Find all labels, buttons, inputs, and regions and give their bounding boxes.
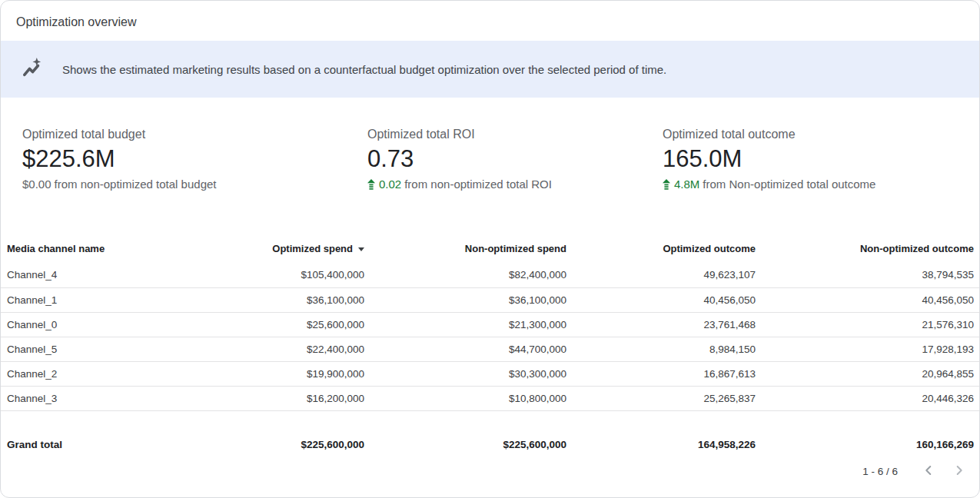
column-header-non-optimized-spend[interactable]: Non-optimized spend bbox=[364, 243, 566, 263]
table-row: Channel_3 $16,200,000 $10,800,000 25,265… bbox=[1, 386, 980, 410]
table-row: Channel_1 $36,100,000 $36,100,000 40,456… bbox=[1, 287, 980, 312]
kpi-label: Optimized total ROI bbox=[367, 127, 663, 141]
arrow-up-icon bbox=[663, 179, 670, 190]
chevron-left-icon bbox=[919, 461, 938, 482]
delta-text: from non-optimized total budget bbox=[55, 178, 217, 191]
kpi-delta: $0.00 from non-optimized total budget bbox=[22, 178, 367, 191]
cell-non-optimized-spend: $10,800,000 bbox=[364, 386, 566, 410]
kpi-delta: 0.02 from non-optimized total ROI bbox=[367, 178, 663, 191]
cell-channel-name: Channel_0 bbox=[1, 312, 154, 337]
cell-optimized-spend: $19,900,000 bbox=[154, 361, 364, 386]
cell-optimized-outcome: 23,761,468 bbox=[566, 312, 756, 337]
info-banner: Shows the estimated marketing results ba… bbox=[1, 41, 979, 98]
cell-non-optimized-spend: $30,300,000 bbox=[364, 361, 566, 386]
delta-text: from Non-optimized total outcome bbox=[703, 178, 875, 191]
chevron-right-icon bbox=[950, 461, 968, 482]
cell-optimized-spend: $36,100,000 bbox=[154, 287, 364, 312]
column-header-non-optimized-outcome[interactable]: Non-optimized outcome bbox=[756, 243, 980, 263]
kpi-value: $225.6M bbox=[22, 144, 367, 174]
kpi-value: 165.0M bbox=[663, 144, 964, 174]
cell-optimized-outcome: 49,623,107 bbox=[566, 263, 756, 287]
total-non-optimized-outcome: 160,166,269 bbox=[756, 410, 980, 453]
cell-optimized-outcome: 25,265,837 bbox=[566, 386, 756, 410]
cell-non-optimized-outcome: 20,446,326 bbox=[756, 386, 980, 410]
next-page-button[interactable] bbox=[950, 463, 968, 481]
kpi-optimized-total-outcome: Optimized total outcome 165.0M 4.8M from… bbox=[663, 127, 964, 191]
kpi-optimized-total-budget: Optimized total budget $225.6M $0.00 fro… bbox=[22, 127, 367, 191]
cell-optimized-spend: $105,400,000 bbox=[154, 263, 364, 287]
delta-amount: 4.8M bbox=[674, 178, 699, 191]
cell-non-optimized-outcome: 17,928,193 bbox=[756, 337, 980, 361]
channel-table: Media channel name Optimized spend Non-o… bbox=[1, 243, 979, 453]
table-row: Channel_5 $22,400,000 $44,700,000 8,984,… bbox=[1, 337, 980, 361]
kpi-optimized-total-roi: Optimized total ROI 0.73 0.02 from non-o… bbox=[367, 127, 663, 191]
kpi-label: Optimized total budget bbox=[22, 127, 367, 141]
cell-channel-name: Channel_1 bbox=[1, 287, 154, 312]
pagination: 1 - 6 / 6 bbox=[1, 453, 979, 481]
total-optimized-outcome: 164,958,226 bbox=[566, 410, 756, 453]
table-row: Channel_0 $25,600,000 $21,300,000 23,761… bbox=[1, 312, 980, 337]
cell-non-optimized-spend: $36,100,000 bbox=[364, 287, 566, 312]
kpi-value: 0.73 bbox=[367, 144, 663, 174]
cell-non-optimized-outcome: 38,794,535 bbox=[756, 263, 980, 287]
page-range-label: 1 - 6 / 6 bbox=[862, 466, 898, 477]
insights-icon bbox=[21, 57, 45, 81]
cell-non-optimized-spend: $44,700,000 bbox=[364, 337, 566, 361]
grand-total-row: Grand total $225,600,000 $225,600,000 16… bbox=[1, 410, 980, 453]
cell-optimized-outcome: 40,456,050 bbox=[566, 287, 756, 312]
delta-text: from non-optimized total ROI bbox=[404, 178, 552, 191]
column-header-optimized-outcome[interactable]: Optimized outcome bbox=[566, 243, 756, 263]
delta-amount: $0.00 bbox=[22, 178, 51, 191]
previous-page-button[interactable] bbox=[919, 463, 938, 481]
table-row: Channel_4 $105,400,000 $82,400,000 49,62… bbox=[1, 263, 980, 287]
cell-non-optimized-outcome: 20,964,855 bbox=[756, 361, 980, 386]
total-optimized-spend: $225,600,000 bbox=[154, 410, 364, 453]
grand-total-label: Grand total bbox=[1, 410, 154, 453]
delta-amount: 0.02 bbox=[379, 178, 401, 191]
cell-channel-name: Channel_2 bbox=[1, 361, 154, 386]
table-row: Channel_2 $19,900,000 $30,300,000 16,867… bbox=[1, 361, 980, 386]
arrow-up-icon bbox=[367, 179, 375, 190]
cell-channel-name: Channel_5 bbox=[1, 337, 154, 361]
table-header-row: Media channel name Optimized spend Non-o… bbox=[1, 243, 980, 263]
cell-non-optimized-outcome: 40,456,050 bbox=[756, 287, 980, 312]
cell-optimized-outcome: 16,867,613 bbox=[566, 361, 756, 386]
cell-optimized-spend: $22,400,000 bbox=[154, 337, 364, 361]
cell-optimized-spend: $16,200,000 bbox=[154, 386, 364, 410]
kpi-label: Optimized total outcome bbox=[663, 127, 964, 141]
banner-description: Shows the estimated marketing results ba… bbox=[62, 63, 666, 76]
column-header-media-channel-name[interactable]: Media channel name bbox=[1, 243, 154, 263]
total-non-optimized-spend: $225,600,000 bbox=[364, 410, 566, 453]
optimization-overview-card: Optimization overview Shows the estimate… bbox=[0, 0, 980, 498]
kpi-row: Optimized total budget $225.6M $0.00 fro… bbox=[1, 98, 979, 191]
kpi-delta: 4.8M from Non-optimized total outcome bbox=[663, 178, 964, 191]
column-header-optimized-spend[interactable]: Optimized spend bbox=[154, 243, 364, 263]
cell-optimized-outcome: 8,984,150 bbox=[566, 337, 756, 361]
cell-channel-name: Channel_3 bbox=[1, 386, 154, 410]
cell-non-optimized-outcome: 21,576,310 bbox=[756, 312, 980, 337]
cell-channel-name: Channel_4 bbox=[1, 263, 154, 287]
card-header: Optimization overview bbox=[1, 1, 979, 41]
page-title: Optimization overview bbox=[16, 15, 964, 29]
cell-non-optimized-spend: $82,400,000 bbox=[364, 263, 566, 287]
cell-optimized-spend: $25,600,000 bbox=[154, 312, 364, 337]
sort-desc-icon bbox=[358, 247, 364, 251]
cell-non-optimized-spend: $21,300,000 bbox=[364, 312, 566, 337]
